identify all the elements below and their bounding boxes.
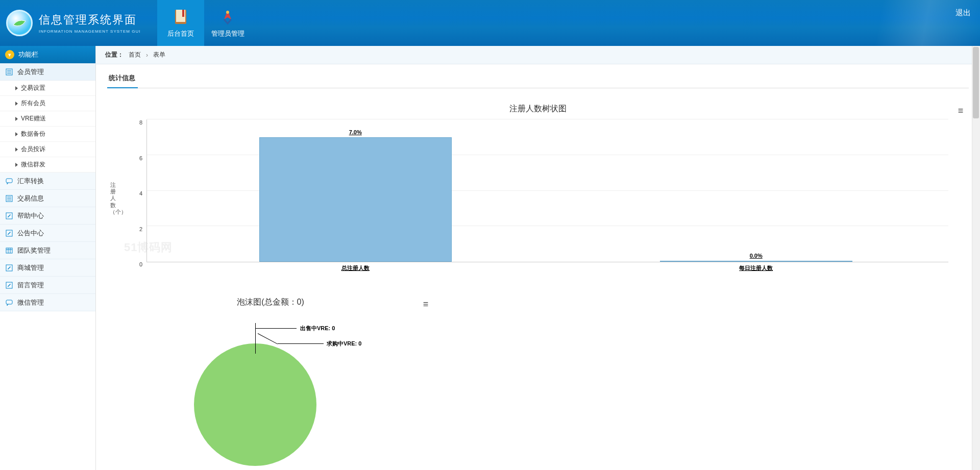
edit-icon: [5, 281, 13, 289]
chart1-bar-total-label: 7.0%: [349, 129, 362, 135]
nav-admin[interactable]: 管理员管理: [204, 0, 251, 46]
chevron-down-icon: ▾: [5, 50, 14, 59]
sidebar-sub-backup[interactable]: 数据备份: [0, 127, 95, 142]
brand-subtitle: INFORMATION MANAGEMENT SYSTEM GUI: [39, 29, 140, 34]
chart2-menu-icon[interactable]: ≡: [420, 298, 432, 310]
chat-icon: [5, 177, 13, 185]
chart1-menu-icon[interactable]: ≡: [954, 105, 967, 117]
chart1-yaxis: 8 6 4 2 0: [118, 119, 146, 278]
logout-link[interactable]: 退出: [955, 8, 971, 18]
sidebar: ▾ 功能栏 会员管理 交易设置 所有会员 VRE赠送 数据备份 会员投诉 微信群…: [0, 46, 96, 470]
chart2-pie[interactable]: [194, 343, 316, 466]
panel-title: 统计信息: [107, 70, 969, 88]
svg-rect-5: [6, 179, 12, 183]
chart1-xlabel-total: 总注册人数: [341, 264, 370, 272]
sidebar-sub-complaints[interactable]: 会员投诉: [0, 142, 95, 157]
list-icon: [5, 194, 13, 203]
chart-bubble: 泡沫图(总金额：0) ≡ 出售中VRE: 0 求购中VRE: 0: [107, 297, 434, 456]
sidebar-cat-label: 公告中心: [17, 229, 44, 238]
chart1-plot: 7.0% 总注册人数 0.0% 每日注册人数: [146, 119, 948, 262]
chart1-ylabel: 注册人数（个）: [110, 182, 116, 215]
sidebar-sub-wechat-broadcast[interactable]: 微信群发: [0, 157, 95, 172]
ytick: 8: [139, 119, 142, 126]
main-content: 位置： 首页 › 表单 统计信息 51博码网 注册人数树状图 ≡ 注册人数（个）…: [96, 46, 980, 470]
chart1-bar-daily-label: 0.0%: [750, 253, 763, 259]
chart1-title: 注册人数树状图: [107, 104, 969, 114]
chart2-label-sell: 出售中VRE: 0: [300, 325, 335, 332]
sidebar-sub-vre-gift[interactable]: VRE赠送: [0, 111, 95, 127]
sidebar-sub-trade-settings[interactable]: 交易设置: [0, 81, 95, 96]
nav-home-label: 后台首页: [167, 29, 194, 38]
edit-icon: [5, 264, 13, 272]
sidebar-func-header[interactable]: ▾ 功能栏: [0, 46, 95, 63]
app-header: 信息管理系统界面 INFORMATION MANAGEMENT SYSTEM G…: [0, 0, 980, 46]
sidebar-cat-messages[interactable]: 留言管理: [0, 277, 95, 294]
chart-registrations: 注册人数树状图 ≡ 注册人数（个） 8 6 4 2 0: [107, 104, 969, 278]
nav-admin-label: 管理员管理: [211, 29, 244, 38]
brand-title: 信息管理系统界面: [39, 12, 140, 28]
sidebar-sub-label: 交易设置: [21, 84, 45, 92]
sidebar-func-label: 功能栏: [18, 50, 38, 59]
sidebar-cat-label: 交易信息: [17, 194, 44, 203]
chat-icon: [5, 299, 13, 307]
sidebar-sub-label: 数据备份: [21, 130, 45, 138]
chevron-right-icon: ›: [146, 52, 148, 59]
breadcrumb-current: 表单: [153, 51, 165, 59]
chart1-bar-total[interactable]: [259, 137, 452, 262]
ytick: 4: [139, 190, 142, 196]
ytick: 0: [139, 261, 142, 267]
sidebar-cat-label: 会员管理: [17, 67, 44, 77]
caret-icon: [15, 102, 18, 106]
edit-icon: [5, 229, 13, 237]
book-icon: [172, 8, 190, 26]
svg-rect-9: [6, 248, 12, 253]
brand: 信息管理系统界面 INFORMATION MANAGEMENT SYSTEM G…: [0, 0, 157, 46]
sidebar-cat-wechat[interactable]: 微信管理: [0, 294, 95, 311]
ytick: 2: [139, 226, 142, 232]
svg-rect-2: [182, 10, 184, 17]
sidebar-cat-label: 留言管理: [17, 281, 44, 290]
top-nav: 后台首页 管理员管理: [157, 0, 251, 46]
sidebar-cat-label: 微信管理: [17, 298, 44, 307]
scrollbar[interactable]: [972, 46, 980, 470]
sidebar-sub-label: VRE赠送: [21, 114, 46, 123]
ytick: 6: [139, 155, 142, 161]
sidebar-cat-announcements[interactable]: 公告中心: [0, 225, 95, 242]
sidebar-cat-label: 团队奖管理: [17, 246, 51, 255]
sidebar-cat-mall[interactable]: 商城管理: [0, 259, 95, 277]
sidebar-cat-team-rewards[interactable]: 团队奖管理: [0, 242, 95, 259]
list-icon: [5, 68, 13, 76]
table-icon: [5, 246, 13, 255]
caret-icon: [15, 132, 18, 136]
nav-home[interactable]: 后台首页: [157, 0, 204, 46]
svg-point-3: [226, 11, 229, 14]
caret-icon: [15, 163, 18, 167]
breadcrumb-home[interactable]: 首页: [129, 51, 141, 59]
sidebar-cat-trade-info[interactable]: 交易信息: [0, 190, 95, 207]
sidebar-cat-exchange[interactable]: 汇率转换: [0, 172, 95, 190]
sidebar-cat-label: 商城管理: [17, 263, 44, 273]
caret-icon: [15, 147, 18, 152]
caret-icon: [15, 86, 18, 90]
chart1-xlabel-daily: 每日注册人数: [739, 264, 773, 272]
sidebar-sub-label: 所有会员: [21, 99, 45, 108]
sidebar-cat-label: 帮助中心: [17, 211, 44, 220]
breadcrumb: 位置： 首页 › 表单: [96, 46, 980, 64]
chart2-label-buy: 求购中VRE: 0: [327, 340, 361, 348]
sidebar-sub-label: 微信群发: [21, 160, 45, 169]
sidebar-sub-all-members[interactable]: 所有会员: [0, 96, 95, 111]
chart2-title: 泡沫图(总金额：0): [107, 297, 434, 308]
caret-icon: [15, 117, 18, 121]
sidebar-cat-help[interactable]: 帮助中心: [0, 207, 95, 225]
sidebar-cat-members[interactable]: 会员管理: [0, 63, 95, 81]
logo-icon: [6, 10, 33, 36]
breadcrumb-label: 位置：: [105, 51, 124, 59]
chart1-bar-daily[interactable]: [660, 261, 852, 262]
admin-icon: [218, 8, 237, 26]
chart2-plot: 出售中VRE: 0 求购中VRE: 0: [107, 323, 434, 456]
sidebar-sub-label: 会员投诉: [21, 145, 45, 154]
sidebar-cat-label: 汇率转换: [17, 177, 44, 186]
svg-rect-12: [6, 300, 12, 304]
edit-icon: [5, 212, 13, 220]
